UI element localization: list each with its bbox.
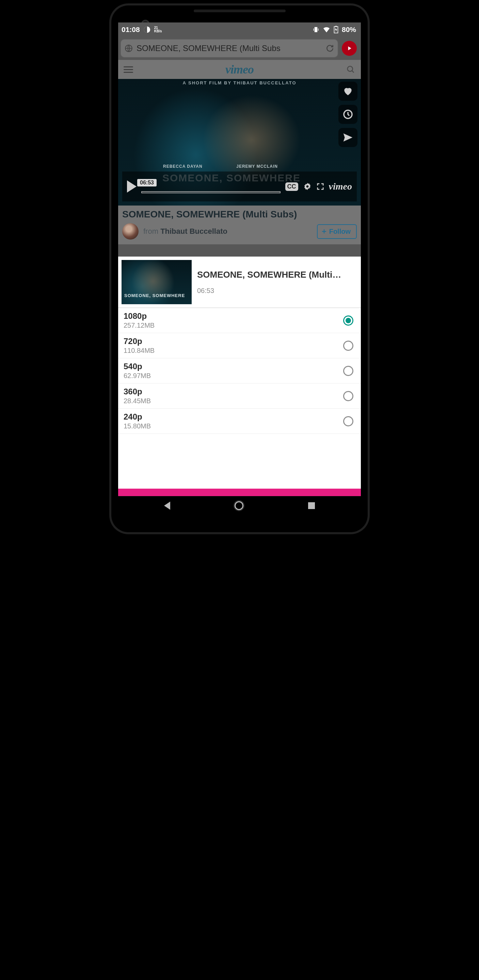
quality-option[interactable]: 240p15.80MB: [118, 409, 361, 434]
video-meta: SOMEONE, SOMEWHERE (Multi Subs) from Thi…: [118, 205, 361, 244]
status-bar: 01:08 21 KB/s: [118, 22, 361, 37]
svg-rect-2: [335, 26, 337, 27]
android-nav-bar: [118, 496, 361, 515]
radio-selected-icon[interactable]: [343, 315, 353, 326]
nav-recents-icon[interactable]: [308, 502, 315, 509]
nav-home-icon[interactable]: [235, 501, 243, 510]
quality-size: 28.45MB: [124, 397, 151, 405]
byline: from Thibaut Buccellato: [143, 227, 227, 236]
app-action-button[interactable]: [342, 41, 357, 56]
vimeo-logo[interactable]: vimeo: [225, 62, 254, 76]
quality-size: 110.84MB: [124, 347, 155, 355]
browser-url-row: SOMEONE, SOMEWHERE (Multi Subs: [118, 37, 361, 60]
phone-speaker-grille: [194, 10, 286, 12]
url-text: SOMEONE, SOMEWHERE (Multi Subs: [137, 43, 322, 53]
status-network-speed: 21 KB/s: [154, 26, 162, 33]
quality-label: 1080p: [124, 311, 155, 321]
settings-gear-icon[interactable]: [303, 182, 312, 191]
wifi-icon: [323, 26, 330, 33]
vimeo-watermark: vimeo: [329, 181, 352, 192]
radio-unselected-icon[interactable]: [343, 391, 353, 401]
quality-label: 720p: [124, 337, 155, 346]
hamburger-icon[interactable]: [124, 65, 133, 75]
player-cast-right: JEREMY MCCLAIN: [236, 164, 278, 169]
radio-unselected-icon[interactable]: [343, 340, 353, 351]
radio-unselected-icon[interactable]: [343, 416, 353, 426]
status-time: 01:08: [121, 25, 140, 34]
share-button[interactable]: [338, 128, 358, 147]
seek-bar[interactable]: 06:53: [141, 180, 281, 193]
globe-icon: [124, 44, 133, 53]
play-icon[interactable]: [127, 180, 137, 192]
sheet-title: SOMEONE, SOMEWHERE (Multi…: [197, 269, 356, 280]
quality-label: 240p: [124, 412, 151, 422]
battery-icon: [334, 26, 338, 33]
sheet-duration: 06:53: [197, 287, 356, 295]
screen: 01:08 21 KB/s: [118, 22, 361, 515]
player-top-caption: A SHORT FILM BY THIBAUT BUCCELLATO: [118, 80, 361, 86]
nav-back-icon[interactable]: [164, 501, 170, 510]
quality-size: 257.12MB: [124, 321, 155, 329]
thumb-title: SOMEONE, SOMEWHERE: [124, 293, 185, 298]
status-battery-pct: 80%: [342, 25, 356, 34]
status-app-icon: [143, 26, 151, 33]
video-title: SOMEONE, SOMEWHERE (Multi Subs): [122, 209, 357, 220]
video-player[interactable]: A SHORT FILM BY THIBAUT BUCCELLATO REBEC…: [118, 79, 361, 205]
like-button[interactable]: [338, 82, 358, 101]
download-sheet: SOMEONE, SOMEWHERE SOMEONE, SOMEWHERE (M…: [118, 256, 361, 515]
quality-option[interactable]: 1080p257.12MB: [118, 308, 361, 333]
quality-options-list: 1080p257.12MB720p110.84MB540p62.97MB360p…: [118, 308, 361, 488]
fullscreen-icon[interactable]: [317, 183, 324, 190]
quality-size: 15.80MB: [124, 422, 151, 430]
player-cast-left: REBECCA DAYAN: [163, 164, 203, 169]
sheet-thumbnail: SOMEONE, SOMEWHERE: [121, 260, 192, 304]
reload-icon[interactable]: [326, 44, 334, 53]
svg-point-4: [348, 66, 353, 72]
phone-frame: 01:08 21 KB/s: [109, 3, 370, 534]
search-icon[interactable]: [346, 65, 355, 74]
quality-label: 360p: [124, 387, 151, 396]
quality-option[interactable]: 720p110.84MB: [118, 333, 361, 358]
follow-button[interactable]: Follow: [317, 224, 357, 239]
avatar[interactable]: [122, 223, 139, 240]
site-header: vimeo: [118, 60, 361, 79]
sheet-header: SOMEONE, SOMEWHERE SOMEONE, SOMEWHERE (M…: [118, 256, 361, 308]
radio-unselected-icon[interactable]: [343, 366, 353, 376]
duration-bubble: 06:53: [137, 179, 156, 186]
player-controls: 06:53 CC vimeo: [122, 172, 357, 202]
url-box[interactable]: SOMEONE, SOMEWHERE (Multi Subs: [120, 39, 338, 58]
quality-option[interactable]: 540p62.97MB: [118, 358, 361, 383]
vibrate-icon: [313, 26, 319, 33]
watch-later-button[interactable]: [338, 105, 358, 124]
quality-option[interactable]: 360p28.45MB: [118, 383, 361, 409]
quality-label: 540p: [124, 362, 151, 371]
cc-button[interactable]: CC: [285, 182, 298, 191]
quality-size: 62.97MB: [124, 372, 151, 380]
